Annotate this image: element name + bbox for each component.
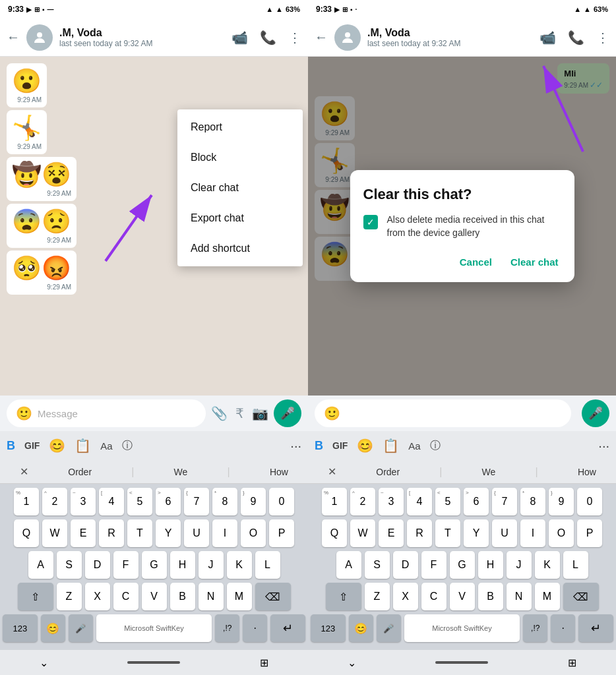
key-m-right[interactable]: M (535, 583, 560, 610)
key-7-right[interactable]: {7 (492, 488, 517, 515)
key-t-right[interactable]: T (435, 519, 460, 547)
key-6-left[interactable]: >6 (156, 488, 181, 515)
key-0-left[interactable]: 0 (269, 488, 294, 515)
suggestion-order[interactable]: Order (68, 467, 92, 477)
bing-kb-icon-right[interactable]: B (315, 439, 323, 453)
key-h-right[interactable]: H (478, 551, 503, 579)
key-space-left[interactable]: Microsoft SwiftKey (96, 614, 212, 642)
camera-icon-left[interactable]: 📷 (252, 405, 268, 421)
close-suggestion-right[interactable]: ✕ (328, 465, 336, 478)
key-i-right[interactable]: I (520, 519, 545, 547)
mic-button-left[interactable]: 🎤 (274, 399, 301, 427)
message-input-left[interactable]: 🙂 Message (7, 399, 206, 427)
more-kb-icon[interactable]: ··· (290, 438, 301, 454)
key-u-right[interactable]: U (492, 519, 517, 547)
key-comma-left[interactable]: ,!? (215, 614, 239, 642)
key-period-left[interactable]: · (243, 614, 267, 642)
key-w-left[interactable]: W (42, 519, 67, 547)
key-v-left[interactable]: V (142, 583, 167, 610)
key-2-right[interactable]: ^2 (350, 488, 375, 515)
video-call-icon-right[interactable]: 📹 (539, 30, 556, 45)
menu-item-block[interactable]: Block (177, 142, 303, 173)
key-f-right[interactable]: F (421, 551, 447, 579)
cancel-button[interactable]: Cancel (457, 252, 495, 272)
nav-keyboard-icon-left[interactable]: ⊞ (260, 657, 268, 669)
key-7-left[interactable]: {7 (184, 488, 209, 515)
key-d-right[interactable]: D (393, 551, 418, 579)
back-button-left[interactable]: ← (7, 30, 20, 45)
key-n-right[interactable]: N (507, 583, 532, 610)
key-emoji-right[interactable]: 😊 (349, 614, 373, 642)
key-z-right[interactable]: Z (365, 583, 390, 610)
key-return-right[interactable]: ↵ (578, 614, 613, 642)
key-x-left[interactable]: X (85, 583, 110, 610)
suggestion-how-right[interactable]: How (578, 467, 596, 477)
key-9-left[interactable]: }9 (241, 488, 266, 515)
key-y-right[interactable]: Y (464, 519, 489, 547)
key-3-right[interactable]: ~3 (379, 488, 404, 515)
key-j-left[interactable]: J (199, 551, 224, 579)
key-l-right[interactable]: L (563, 551, 588, 579)
sticker-icon[interactable]: 😊 (49, 438, 65, 454)
key-period-right[interactable]: · (551, 614, 575, 642)
key-8-left[interactable]: *8 (212, 488, 237, 515)
message-input-right[interactable]: 🙂 (315, 399, 571, 427)
key-mic-right[interactable]: 🎤 (377, 614, 401, 642)
key-return-left[interactable]: ↵ (270, 614, 305, 642)
key-1-left[interactable]: %1 (14, 488, 39, 515)
key-b-right[interactable]: B (478, 583, 503, 610)
key-q-left[interactable]: Q (14, 519, 39, 547)
voice-call-icon-left[interactable]: 📞 (260, 30, 276, 45)
bing-kb-icon[interactable]: B (7, 439, 15, 453)
key-backspace-left[interactable]: ⌫ (255, 583, 291, 610)
key-a-left[interactable]: A (28, 551, 53, 579)
key-s-right[interactable]: S (365, 551, 390, 579)
key-g-right[interactable]: G (450, 551, 475, 579)
key-4-right[interactable]: [4 (407, 488, 432, 515)
key-mic-left[interactable]: 🎤 (69, 614, 93, 642)
key-backspace-right[interactable]: ⌫ (563, 583, 599, 610)
key-123-left[interactable]: 123 (3, 614, 38, 642)
info-icon[interactable]: ⓘ (122, 439, 133, 453)
key-b-left[interactable]: B (170, 583, 195, 610)
key-l-left[interactable]: L (255, 551, 280, 579)
key-5-right[interactable]: <5 (435, 488, 460, 515)
more-options-icon-left[interactable]: ⋮ (288, 30, 301, 45)
key-d-left[interactable]: D (85, 551, 110, 579)
key-c-left[interactable]: C (113, 583, 139, 610)
rupee-icon-left[interactable]: ₹ (235, 405, 244, 421)
menu-item-export-chat[interactable]: Export chat (177, 203, 303, 233)
font-icon-right[interactable]: Aa (408, 440, 420, 452)
nav-chevron-down-left[interactable]: ⌄ (40, 657, 48, 669)
attachment-icon-left[interactable]: 📎 (211, 405, 228, 421)
suggestion-we-right[interactable]: We (482, 467, 496, 477)
video-call-icon-left[interactable]: 📹 (231, 30, 248, 45)
key-e-left[interactable]: E (71, 519, 96, 547)
key-n-left[interactable]: N (199, 583, 224, 610)
key-s-left[interactable]: S (57, 551, 82, 579)
clipboard-icon-right[interactable]: 📋 (383, 438, 399, 454)
key-r-left[interactable]: R (99, 519, 124, 547)
key-3-left[interactable]: ~3 (71, 488, 96, 515)
key-1-right[interactable]: %1 (322, 488, 347, 515)
key-z-left[interactable]: Z (57, 583, 82, 610)
key-emoji-left[interactable]: 😊 (41, 614, 65, 642)
more-options-icon-right[interactable]: ⋮ (596, 30, 609, 45)
key-k-left[interactable]: K (227, 551, 252, 579)
key-5-left[interactable]: <5 (127, 488, 152, 515)
key-123-right[interactable]: 123 (311, 614, 346, 642)
menu-item-clear-chat[interactable]: Clear chat (177, 173, 303, 203)
key-f-left[interactable]: F (113, 551, 139, 579)
clear-chat-confirm-button[interactable]: Clear chat (508, 252, 561, 272)
menu-item-report[interactable]: Report (177, 112, 303, 142)
gif-icon[interactable]: GIF (24, 440, 40, 451)
key-y-left[interactable]: Y (156, 519, 181, 547)
key-9-right[interactable]: }9 (549, 488, 574, 515)
key-8-right[interactable]: *8 (520, 488, 545, 515)
key-6-right[interactable]: >6 (464, 488, 489, 515)
nav-chevron-down-right[interactable]: ⌄ (348, 657, 356, 669)
font-icon[interactable]: Aa (100, 440, 112, 452)
nav-keyboard-icon-right[interactable]: ⊞ (568, 657, 576, 669)
mic-button-right[interactable]: 🎤 (582, 399, 609, 427)
key-0-right[interactable]: 0 (577, 488, 602, 515)
